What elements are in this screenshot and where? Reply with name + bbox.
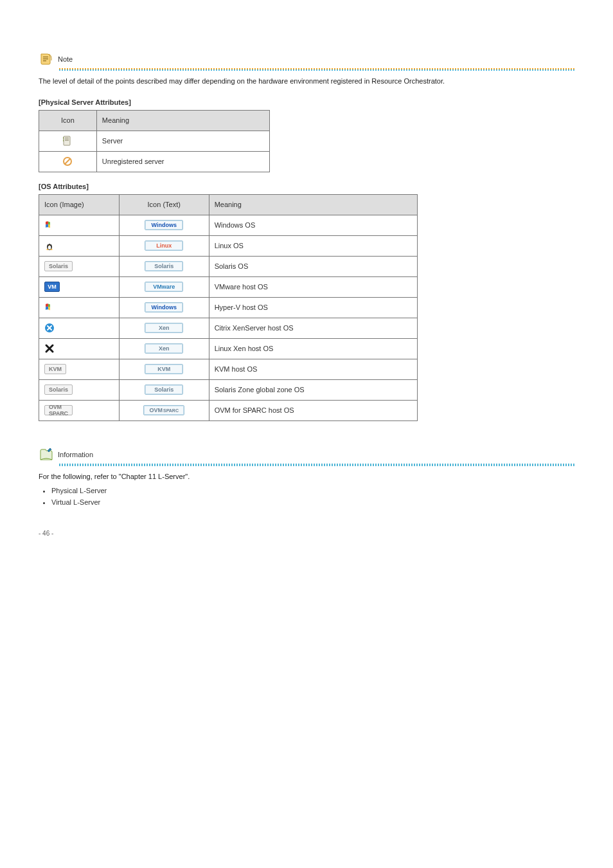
svg-point-15 (46, 249, 48, 250)
list-item: Virtual L-Server (51, 498, 574, 506)
cell-meaning: Server (96, 131, 269, 151)
bullet-text: Virtual L-Server (51, 498, 100, 506)
svg-rect-2 (43, 60, 46, 61)
svg-rect-4 (65, 138, 69, 138)
document-page: Note The level of detail of the points d… (0, 0, 613, 545)
table-row: WindowsHyper-V host OS (39, 297, 418, 318)
svg-point-14 (50, 244, 51, 244)
cell-meaning: Unregistered server (96, 151, 269, 172)
xen-x-icon (39, 338, 120, 359)
info-text-after: ". (185, 473, 190, 480)
info-link: Chapter 11 L-Server (121, 473, 186, 480)
os-text-badge: VMware (119, 276, 209, 297)
svg-rect-0 (43, 57, 48, 57)
windows-flag-vm-icon (39, 297, 120, 318)
solaris-badge-icon: Solaris (39, 256, 120, 276)
cell-meaning: Citrix XenServer host OS (209, 318, 417, 338)
svg-point-13 (48, 244, 49, 244)
physical-server-table: Icon Meaning ServerUnregistered server (39, 110, 270, 172)
cell-meaning: OVM for SPARC host OS (209, 400, 417, 420)
solaris-badge-icon: Solaris (39, 379, 120, 400)
information-label: Information (58, 451, 93, 458)
os-text-badge: Linux (119, 235, 209, 256)
os-text-badge: Windows (119, 297, 209, 318)
table-row: XenLinux Xen host OS (39, 338, 418, 359)
windows-flag-icon (39, 215, 120, 235)
table-header: Meaning (96, 110, 269, 131)
table-row: Server (39, 131, 270, 151)
ovmsparc-badge-icon: OVM SPARC (39, 400, 120, 420)
table-row: SolarisSolarisSolaris OS (39, 256, 418, 276)
table-header: Icon (Image) (39, 194, 120, 215)
svg-point-16 (50, 249, 52, 250)
note-text: The level of detail of the points descri… (39, 76, 574, 87)
cell-meaning: Linux OS (209, 235, 417, 256)
linux-penguin-icon (39, 235, 120, 256)
svg-rect-5 (65, 139, 69, 140)
information-text: For the following, refer to "Chapter 11 … (39, 471, 574, 482)
note-label: Note (58, 55, 73, 63)
os-text-badge: OVMSPARC (119, 400, 209, 420)
svg-point-12 (48, 246, 51, 249)
os-attributes-table: Icon (Image) Icon (Text) Meaning Windows… (39, 194, 418, 421)
information-icon (39, 447, 54, 462)
os-text-badge: Solaris (119, 256, 209, 276)
note-icon (39, 51, 54, 67)
cell-meaning: VMware host OS (209, 276, 417, 297)
svg-rect-8 (63, 140, 64, 141)
information-divider (59, 464, 574, 466)
cell-meaning: Solaris Zone global zone OS (209, 379, 417, 400)
xen-circle-icon (39, 318, 120, 338)
cell-meaning: Solaris OS (209, 256, 417, 276)
os-text-badge: Xen (119, 318, 209, 338)
cell-meaning: Hyper-V host OS (209, 297, 417, 318)
list-item: Physical L-Server (51, 487, 574, 494)
table-row: KVMKVMKVM host OS (39, 359, 418, 379)
table-header: Icon (39, 110, 97, 131)
os-text-badge: KVM (119, 359, 209, 379)
cell-meaning: Windows OS (209, 215, 417, 235)
table-header: Meaning (209, 194, 417, 215)
svg-rect-7 (63, 137, 64, 139)
information-header: Information (39, 447, 574, 462)
os-text-badge: Solaris (119, 379, 209, 400)
bullet-text: Physical L-Server (51, 487, 107, 494)
note-header: Note (39, 51, 574, 67)
info-bullet-list: Physical L-Server Virtual L-Server (42, 487, 574, 506)
kvm-badge-icon: KVM (39, 359, 120, 379)
info-text-before: For the following, refer to " (39, 473, 121, 480)
table-row: SolarisSolarisSolaris Zone global zone O… (39, 379, 418, 400)
table-row: Unregistered server (39, 151, 270, 172)
os-text-badge: Windows (119, 215, 209, 235)
table-header: Icon (Text) (119, 194, 209, 215)
note-divider (59, 68, 574, 71)
cell-meaning: KVM host OS (209, 359, 417, 379)
section-physical-label: [Physical Server Attributes] (39, 98, 574, 106)
table-row: VMVMwareVMware host OS (39, 276, 418, 297)
svg-rect-1 (43, 59, 48, 59)
table-row: XenCitrix XenServer host OS (39, 318, 418, 338)
vmware-badge-icon: VM (39, 276, 120, 297)
section-os-label: [OS Attributes] (39, 183, 574, 190)
page-number: - 46 - (39, 530, 53, 537)
table-row: LinuxLinux OS (39, 235, 418, 256)
server-icon (39, 131, 97, 151)
os-text-badge: Xen (119, 338, 209, 359)
table-row: OVM SPARCOVMSPARCOVM for SPARC host OS (39, 400, 418, 420)
unregistered-server-icon (39, 151, 97, 172)
svg-rect-6 (65, 140, 69, 141)
cell-meaning: Linux Xen host OS (209, 338, 417, 359)
table-row: WindowsWindows OS (39, 215, 418, 235)
